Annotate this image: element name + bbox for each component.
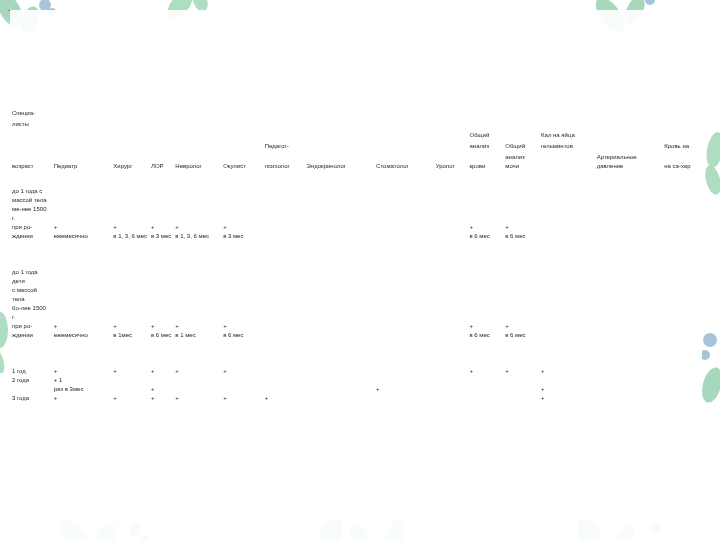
svg-point-15 [0,345,7,375]
svg-point-11 [703,333,717,347]
table-cell: + [539,367,595,376]
table-cell [305,268,375,286]
table-cell [52,205,112,223]
col-header [374,109,434,120]
table-cell [149,286,173,304]
table-cell [221,304,263,322]
table-cell [662,232,702,241]
table-cell [305,376,375,385]
table-cell [263,322,305,331]
table-cell [595,196,663,205]
col-header [10,131,52,142]
col-header [503,131,539,142]
table-cell [434,304,468,322]
row-label: ме-нее 1500 г. [10,205,52,223]
row-label: ждении [10,331,52,340]
col-header [305,142,375,153]
table-cell: + [503,322,539,331]
table-cell [111,196,149,205]
col-header: Кровь на [662,142,702,153]
table-cell [263,268,305,286]
table-cell [662,376,702,385]
table-cell [662,304,702,322]
col-header [539,120,595,131]
table-cell [467,268,503,286]
table-cell [149,187,173,196]
table-cell: + [173,394,221,403]
col-header [503,109,539,120]
table-cell [662,223,702,232]
schedule-table: Специа- листы Общий Кал на яйца Педагог-… [10,10,702,403]
table-cell: + [52,322,112,331]
col-header [539,153,595,173]
table-cell [595,223,663,232]
table-cell [374,394,434,403]
table-cell [662,331,702,340]
svg-point-10 [702,164,720,197]
col-header [52,142,112,153]
table-cell [539,232,595,241]
table-cell: + [221,367,263,376]
table-cell [595,322,663,331]
table-cell: + [52,394,112,403]
table-cell [111,304,149,322]
row-label: до 1 года с [10,187,52,196]
col-header [221,120,263,131]
table-cell [434,223,468,232]
table-cell: в 6 мес [467,232,503,241]
col-header [52,109,112,120]
table-cell [467,304,503,322]
table-cell: + [111,223,149,232]
table-cell: + [221,223,263,232]
col-header: Общий [467,131,503,142]
table-cell [173,304,221,322]
col-header: Хирург [111,153,149,173]
table-cell [374,322,434,331]
col-header [173,120,221,131]
table-cell [221,205,263,223]
row-label: ждении [10,232,52,241]
svg-point-8 [645,0,655,5]
table-cell: в 1, 3, 6 мес [111,232,149,241]
col-header: Окулист [221,153,263,173]
table-cell: + [467,322,503,331]
col-header: Кал на яйца [539,131,595,142]
col-header [467,120,503,131]
col-header [111,142,149,153]
table-cell [662,286,702,304]
table-cell: в 3 мес [221,232,263,241]
col-header: анализ мочи [503,153,539,173]
table-cell [149,268,173,286]
col-header: Педиатр [52,153,112,173]
table-cell [305,187,375,196]
table-cell [595,385,663,394]
table-cell [263,196,305,205]
table-cell [111,187,149,196]
table-cell [467,376,503,385]
table-cell [595,205,663,223]
row-label: при ро- [10,322,52,331]
col-header [374,131,434,142]
table-cell [111,268,149,286]
table-cell [595,232,663,241]
table-cell [52,187,112,196]
table-cell [595,304,663,322]
table-cell [595,331,663,340]
table-cell [467,187,503,196]
col-header: Невролог [173,153,221,173]
table-cell [503,385,539,394]
table-cell: + [52,367,112,376]
table-cell [662,367,702,376]
col-header: Педагог- [263,142,305,153]
table-cell [467,385,503,394]
row-label: до 1 года дети [10,268,52,286]
row-label: с массой тела [10,286,52,304]
table-cell [305,385,375,394]
table-cell [149,205,173,223]
col-header [434,131,468,142]
table-cell [221,187,263,196]
table-cell [305,205,375,223]
table-cell: + [221,322,263,331]
table-cell [374,331,434,340]
col-header [434,120,468,131]
